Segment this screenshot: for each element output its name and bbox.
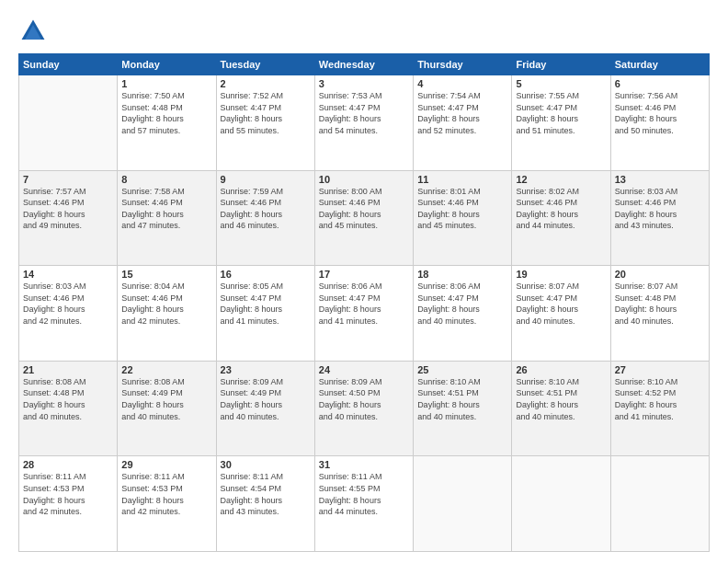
logo-icon — [18, 17, 48, 46]
weekday-header-thursday: Thursday — [414, 54, 512, 75]
day-info: Sunrise: 8:03 AM Sunset: 4:46 PM Dayligh… — [615, 186, 705, 232]
day-number: 24 — [319, 364, 409, 375]
calendar-cell: 17Sunrise: 8:06 AM Sunset: 4:47 PM Dayli… — [314, 266, 413, 362]
day-info: Sunrise: 7:54 AM Sunset: 4:47 PM Dayligh… — [417, 90, 507, 136]
day-number: 11 — [417, 174, 507, 185]
day-info: Sunrise: 7:55 AM Sunset: 4:47 PM Dayligh… — [516, 90, 606, 136]
calendar-cell: 8Sunrise: 7:58 AM Sunset: 4:46 PM Daylig… — [118, 170, 216, 266]
calendar-cell: 30Sunrise: 8:11 AM Sunset: 4:54 PM Dayli… — [216, 456, 314, 552]
day-number: 9 — [221, 174, 311, 185]
day-info: Sunrise: 8:09 AM Sunset: 4:50 PM Dayligh… — [319, 376, 409, 422]
calendar-cell: 2Sunrise: 7:52 AM Sunset: 4:47 PM Daylig… — [216, 75, 314, 171]
day-number: 2 — [221, 78, 311, 89]
day-number: 22 — [121, 364, 211, 375]
calendar-cell: 23Sunrise: 8:09 AM Sunset: 4:49 PM Dayli… — [216, 361, 314, 456]
day-info: Sunrise: 8:07 AM Sunset: 4:47 PM Dayligh… — [516, 281, 606, 327]
day-info: Sunrise: 8:02 AM Sunset: 4:46 PM Dayligh… — [516, 186, 606, 232]
day-info: Sunrise: 8:06 AM Sunset: 4:47 PM Dayligh… — [319, 281, 409, 327]
day-number: 3 — [319, 78, 409, 89]
calendar-table: SundayMondayTuesdayWednesdayThursdayFrid… — [18, 53, 710, 552]
day-info: Sunrise: 8:10 AM Sunset: 4:51 PM Dayligh… — [417, 376, 507, 422]
day-number: 18 — [417, 269, 507, 280]
weekday-header-monday: Monday — [118, 54, 216, 75]
day-info: Sunrise: 7:50 AM Sunset: 4:48 PM Dayligh… — [121, 90, 211, 136]
weekday-header-sunday: Sunday — [19, 54, 118, 75]
day-number: 1 — [121, 78, 211, 89]
calendar-cell: 9Sunrise: 7:59 AM Sunset: 4:46 PM Daylig… — [216, 170, 314, 266]
day-info: Sunrise: 7:57 AM Sunset: 4:46 PM Dayligh… — [23, 186, 113, 232]
calendar-week-row: 14Sunrise: 8:03 AM Sunset: 4:46 PM Dayli… — [19, 266, 710, 362]
weekday-header-tuesday: Tuesday — [216, 54, 314, 75]
day-info: Sunrise: 8:10 AM Sunset: 4:52 PM Dayligh… — [615, 376, 705, 422]
day-number: 5 — [516, 78, 606, 89]
day-info: Sunrise: 8:11 AM Sunset: 4:53 PM Dayligh… — [23, 471, 113, 517]
calendar-cell: 24Sunrise: 8:09 AM Sunset: 4:50 PM Dayli… — [314, 361, 413, 456]
day-info: Sunrise: 7:53 AM Sunset: 4:47 PM Dayligh… — [319, 90, 409, 136]
weekday-header-friday: Friday — [512, 54, 610, 75]
calendar-cell: 28Sunrise: 8:11 AM Sunset: 4:53 PM Dayli… — [19, 456, 118, 552]
day-number: 15 — [121, 269, 211, 280]
day-number: 13 — [615, 174, 705, 185]
calendar-cell: 14Sunrise: 8:03 AM Sunset: 4:46 PM Dayli… — [19, 266, 118, 362]
day-number: 21 — [23, 364, 113, 375]
day-number: 19 — [516, 269, 606, 280]
day-number: 17 — [319, 269, 409, 280]
day-number: 28 — [23, 459, 113, 470]
calendar-cell: 25Sunrise: 8:10 AM Sunset: 4:51 PM Dayli… — [414, 361, 512, 456]
day-number: 26 — [516, 364, 606, 375]
day-info: Sunrise: 7:59 AM Sunset: 4:46 PM Dayligh… — [221, 186, 311, 232]
calendar-cell: 12Sunrise: 8:02 AM Sunset: 4:46 PM Dayli… — [512, 170, 610, 266]
calendar-cell — [19, 75, 118, 171]
day-info: Sunrise: 7:52 AM Sunset: 4:47 PM Dayligh… — [221, 90, 311, 136]
calendar-cell — [512, 456, 610, 552]
calendar-cell: 19Sunrise: 8:07 AM Sunset: 4:47 PM Dayli… — [512, 266, 610, 362]
calendar-cell: 27Sunrise: 8:10 AM Sunset: 4:52 PM Dayli… — [610, 361, 709, 456]
calendar-cell: 26Sunrise: 8:10 AM Sunset: 4:51 PM Dayli… — [512, 361, 610, 456]
day-info: Sunrise: 8:01 AM Sunset: 4:46 PM Dayligh… — [417, 186, 507, 232]
calendar-cell: 5Sunrise: 7:55 AM Sunset: 4:47 PM Daylig… — [512, 75, 610, 171]
calendar-cell: 4Sunrise: 7:54 AM Sunset: 4:47 PM Daylig… — [414, 75, 512, 171]
calendar-cell: 10Sunrise: 8:00 AM Sunset: 4:46 PM Dayli… — [314, 170, 413, 266]
day-number: 23 — [221, 364, 311, 375]
day-info: Sunrise: 8:10 AM Sunset: 4:51 PM Dayligh… — [516, 376, 606, 422]
day-number: 6 — [615, 78, 705, 89]
calendar-week-row: 1Sunrise: 7:50 AM Sunset: 4:48 PM Daylig… — [19, 75, 710, 171]
calendar-cell: 29Sunrise: 8:11 AM Sunset: 4:53 PM Dayli… — [118, 456, 216, 552]
day-info: Sunrise: 8:04 AM Sunset: 4:46 PM Dayligh… — [121, 281, 211, 327]
calendar-cell: 6Sunrise: 7:56 AM Sunset: 4:46 PM Daylig… — [610, 75, 709, 171]
calendar-cell: 31Sunrise: 8:11 AM Sunset: 4:55 PM Dayli… — [314, 456, 413, 552]
day-number: 31 — [319, 459, 409, 470]
day-info: Sunrise: 8:11 AM Sunset: 4:53 PM Dayligh… — [121, 471, 211, 517]
calendar-cell: 3Sunrise: 7:53 AM Sunset: 4:47 PM Daylig… — [314, 75, 413, 171]
day-info: Sunrise: 8:03 AM Sunset: 4:46 PM Dayligh… — [23, 281, 113, 327]
day-info: Sunrise: 7:56 AM Sunset: 4:46 PM Dayligh… — [615, 90, 705, 136]
page: SundayMondayTuesdayWednesdayThursdayFrid… — [0, 0, 728, 563]
day-info: Sunrise: 8:07 AM Sunset: 4:48 PM Dayligh… — [615, 281, 705, 327]
weekday-header-saturday: Saturday — [610, 54, 709, 75]
day-info: Sunrise: 8:08 AM Sunset: 4:49 PM Dayligh… — [121, 376, 211, 422]
calendar-cell: 21Sunrise: 8:08 AM Sunset: 4:48 PM Dayli… — [19, 361, 118, 456]
day-number: 20 — [615, 269, 705, 280]
calendar-week-row: 7Sunrise: 7:57 AM Sunset: 4:46 PM Daylig… — [19, 170, 710, 266]
day-number: 10 — [319, 174, 409, 185]
calendar-cell — [414, 456, 512, 552]
calendar-cell — [610, 456, 709, 552]
day-number: 30 — [221, 459, 311, 470]
calendar-cell: 15Sunrise: 8:04 AM Sunset: 4:46 PM Dayli… — [118, 266, 216, 362]
day-number: 14 — [23, 269, 113, 280]
day-number: 4 — [417, 78, 507, 89]
weekday-header-wednesday: Wednesday — [314, 54, 413, 75]
calendar-week-row: 28Sunrise: 8:11 AM Sunset: 4:53 PM Dayli… — [19, 456, 710, 552]
header — [18, 17, 710, 46]
calendar-cell: 20Sunrise: 8:07 AM Sunset: 4:48 PM Dayli… — [610, 266, 709, 362]
day-info: Sunrise: 8:05 AM Sunset: 4:47 PM Dayligh… — [221, 281, 311, 327]
logo — [18, 17, 51, 46]
day-info: Sunrise: 8:08 AM Sunset: 4:48 PM Dayligh… — [23, 376, 113, 422]
day-number: 7 — [23, 174, 113, 185]
calendar-cell: 1Sunrise: 7:50 AM Sunset: 4:48 PM Daylig… — [118, 75, 216, 171]
calendar-cell: 7Sunrise: 7:57 AM Sunset: 4:46 PM Daylig… — [19, 170, 118, 266]
calendar-cell: 16Sunrise: 8:05 AM Sunset: 4:47 PM Dayli… — [216, 266, 314, 362]
day-number: 16 — [221, 269, 311, 280]
calendar-cell: 13Sunrise: 8:03 AM Sunset: 4:46 PM Dayli… — [610, 170, 709, 266]
day-info: Sunrise: 8:11 AM Sunset: 4:55 PM Dayligh… — [319, 471, 409, 517]
